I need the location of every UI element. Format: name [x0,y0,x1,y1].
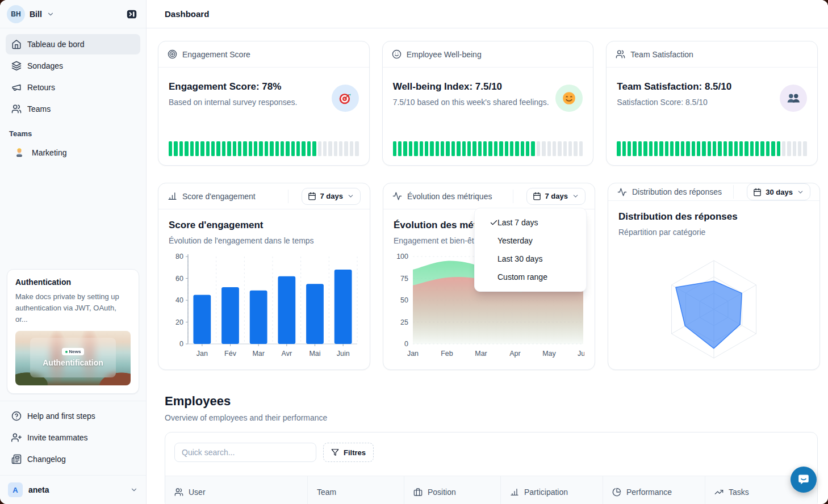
svg-text:25: 25 [400,318,408,326]
date-range-button[interactable]: 7 days [526,188,586,205]
column-header-user[interactable]: User [165,476,307,504]
workspace-name: Bill [30,10,42,19]
sidebar-item-tableau-de-bord[interactable]: Tableau de bord [6,34,140,54]
kpi-body: Engagement Score: 78% Based on internal … [158,68,369,141]
chart-card-header: Évolution des métriques 7 days [383,183,595,209]
sidebar-item-sondages[interactable]: Sondages [6,56,140,76]
smile-icon [392,49,402,59]
progress-segment [275,141,279,156]
progress-segment [505,141,508,156]
kpi-card-satisfaction: Team Satisfaction Team Satisfaction: 8.5… [606,41,818,166]
kpi-header-label: Employee Well-being [407,50,482,59]
workspace-switcher[interactable]: BH Bill [0,0,146,28]
target-icon [168,49,177,59]
progress-segment [574,141,577,156]
briefcase-icon [413,488,423,497]
column-header-team[interactable]: Team [307,476,404,504]
workspace-avatar[interactable]: BH [7,5,25,23]
column-header-position[interactable]: Position [404,476,500,504]
column-header-performance[interactable]: Performance [603,476,705,504]
sidebar-team-item-marketing[interactable]: Marketing [6,142,140,163]
progress-segment [760,141,764,156]
header-divider [288,190,288,203]
date-range-button[interactable]: 30 days [747,183,810,200]
progress-segment [643,141,647,156]
filters-button[interactable]: Filtres [323,443,374,462]
progress-segment [355,141,358,156]
progress-segment [328,141,332,156]
progress-segment [339,141,342,156]
satisfaction-progress-bar [607,141,817,165]
chart-header-label: Distribution des réponses [632,187,722,196]
progress-segment [222,141,225,156]
sidebar-item-invite-teammates[interactable]: Invite teammates [6,427,140,448]
chart-card-header: Score d'engagement 7 days [158,183,370,209]
chart-header-label: Score d'engagement [182,192,256,201]
progress-segment [291,141,295,156]
progress-segment [771,141,775,156]
progress-segment [446,141,449,156]
column-header-label: Participation [524,488,568,497]
progress-segment [686,141,689,156]
progress-segment [563,141,567,156]
menu-item-last-30-days[interactable]: Last 30 days [475,250,586,268]
progress-segment [457,141,460,156]
progress-segment [398,141,402,156]
chevron-down-icon [797,188,804,196]
progress-segment [414,141,417,156]
kpi-headline: Team Satisfaction: 8.5/10 [617,81,731,93]
account-switcher[interactable]: A aneta [0,475,146,504]
sidebar-collapse-button[interactable] [124,7,139,22]
progress-segment [542,141,545,156]
chart-header-label: Évolution des métriques [407,192,492,201]
progress-segment [483,141,487,156]
sidebar-item-label: Help and first steps [27,411,95,421]
promo-image-golden-gate: News Authentification [15,331,131,385]
progress-segment [547,141,551,156]
svg-text:Feb: Feb [441,350,453,358]
progress-segment [708,141,711,156]
svg-text:75: 75 [400,275,408,283]
promo-image-caption: Authentification [43,358,103,367]
progress-segment [296,141,300,156]
menu-item-last-7-days[interactable]: Last 7 days [475,213,586,232]
progress-segment [462,141,466,156]
svg-text:Mar: Mar [252,350,265,358]
chat-launcher-button[interactable] [791,467,817,493]
chevron-down-icon [347,192,354,200]
sidebar-item-changelog[interactable]: Changelog [6,449,140,469]
progress-segment [568,141,572,156]
bar-chart-cols-icon [510,488,519,497]
date-range-label: 7 days [320,192,343,200]
date-range-label: 7 days [545,192,568,200]
megaphone-icon [11,82,22,93]
header-divider [733,185,734,199]
progress-segment [510,141,513,156]
chart-body: Distribution des réponses Répartition pa… [608,201,819,374]
sidebar-item-teams[interactable]: Teams [6,99,140,119]
home-icon [11,39,22,49]
progress-segment [622,141,626,156]
svg-text:Apr: Apr [509,350,520,358]
page-title: Dashboard [165,9,209,19]
progress-segment [499,141,503,156]
search-input[interactable] [174,443,316,462]
date-range-button[interactable]: 7 days [302,188,361,205]
kpi-header-label: Engagement Score [182,50,250,59]
progress-segment [617,141,620,156]
promo-card-authentication[interactable]: Authentication Make docs private by sett… [7,269,139,394]
progress-segment [521,141,524,156]
svg-text:Jan: Jan [407,350,419,358]
progress-segment [558,141,561,156]
progress-segment [739,141,743,156]
menu-item-yesterday[interactable]: Yesterday [475,232,586,250]
column-header-participation[interactable]: Participation [500,476,603,504]
engagement-bar-chart: 020406080JanFévMarAvrMaiJuin [169,251,359,362]
menu-item-custom-range[interactable]: Custom range [475,268,586,286]
kpi-subtext: Based on internal survey responses. [169,98,297,107]
main-area: Dashboard Engagement Score Engagement Sc… [147,0,828,504]
progress-segment [766,141,770,156]
sidebar-item-retours[interactable]: Retours [6,77,140,98]
chart-title: Score d'engagement [169,220,359,231]
sidebar-item-help-and-first-steps[interactable]: Help and first steps [6,406,140,426]
